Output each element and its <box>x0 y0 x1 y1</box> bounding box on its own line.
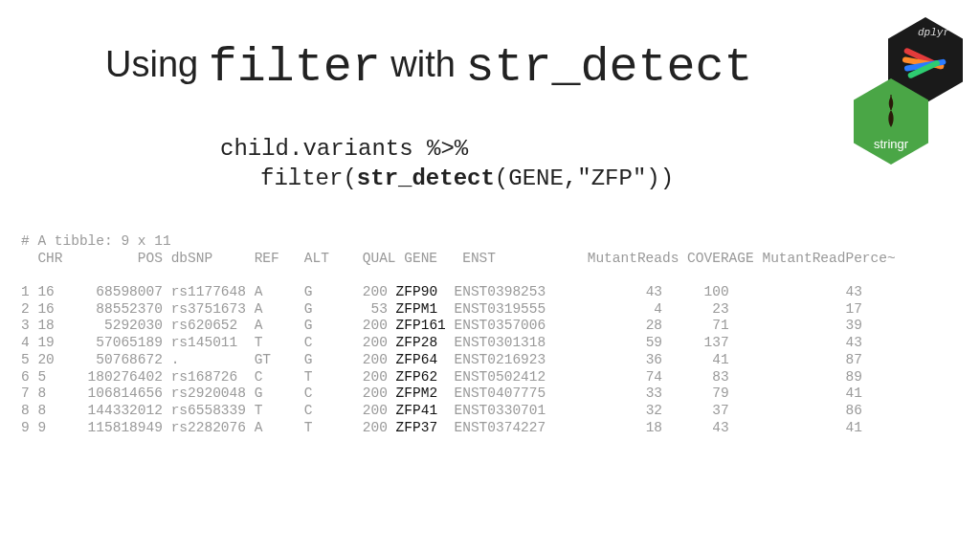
pliers-icon <box>899 39 952 81</box>
stringr-label: stringr <box>874 137 908 151</box>
title-pre: Using <box>105 44 209 84</box>
title-mid: with <box>381 44 466 84</box>
hex-sticker-group: dplyr stringr <box>842 17 967 180</box>
code-line-2: filter(str_detect(GENE,"ZFP")) <box>220 164 674 193</box>
title-kw-strdetect: str_detect <box>465 40 752 95</box>
title-kw-filter: filter <box>209 40 381 95</box>
code-line-1: child.variants %>% <box>220 134 674 164</box>
violin-icon <box>880 95 902 133</box>
slide-title: Using filter with str_detect <box>105 40 753 95</box>
code-example: child.variants %>% filter(str_detect(GEN… <box>220 134 674 193</box>
dplyr-label: dplyr <box>918 27 949 38</box>
tibble-output: # A tibble: 9 x 11 CHR POS dbSNP REF ALT… <box>21 233 896 436</box>
